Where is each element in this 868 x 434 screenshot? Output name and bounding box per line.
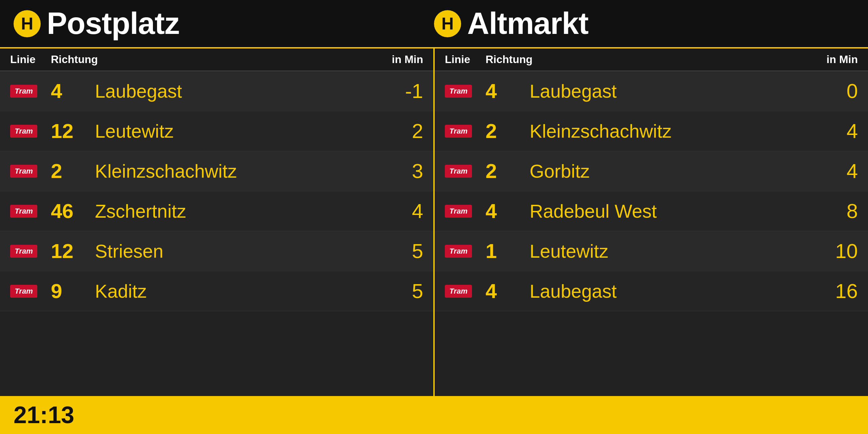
minutes: 5 [369,279,423,303]
line-number: 46 [51,199,95,223]
main-content: Linie Richtung in Min Tram 4 Laubegast -… [0,48,868,396]
direction: Laubegast [530,280,804,302]
tram-badge: Tram [445,125,486,138]
minutes: 4 [369,199,423,223]
col-spacer-1 [95,53,369,66]
tram-badge: Tram [445,285,486,298]
minutes: 4 [804,119,858,143]
tram-badge: Tram [10,125,51,138]
table-row: Tram 4 Radebeul West 8 [435,191,868,231]
line-number: 12 [51,119,95,143]
tram-badge: Tram [445,85,486,98]
line-number: 4 [486,79,530,103]
panel-postplatz: Linie Richtung in Min Tram 4 Laubegast -… [0,48,435,396]
header: H Postplatz H Altmarkt [0,0,868,48]
station1-name: Postplatz [47,6,179,41]
minutes: 16 [804,279,858,303]
direction: Zschertnitz [95,200,369,222]
table-row: Tram 12 Striesen 5 [0,231,433,271]
tram-badge: Tram [10,205,51,218]
line-number: 2 [486,159,530,183]
line-number: 4 [51,79,95,103]
line-number: 1 [486,239,530,263]
panel-altmarkt: Linie Richtung in Min Tram 4 Laubegast 0… [435,48,868,396]
tram-badge: Tram [10,245,51,258]
col-richtung-label-2: Richtung [486,53,530,66]
footer: 21:13 [0,396,868,434]
col-richtung-label-1: Richtung [51,53,95,66]
minutes: 2 [369,119,423,143]
direction: Leutewitz [530,240,804,262]
direction: Laubegast [95,80,369,102]
col-linie-label-2: Linie [445,53,486,66]
table-row: Tram 1 Leutewitz 10 [435,231,868,271]
line-number: 2 [51,159,95,183]
minutes: -1 [369,79,423,103]
direction: Leutewitz [95,120,369,142]
line-number: 9 [51,279,95,303]
line-number: 12 [51,239,95,263]
station2-name: Altmarkt [467,6,588,41]
col-min-label-1: in Min [369,53,423,66]
departure-list-postplatz: Tram 4 Laubegast -1 Tram 12 Leutewitz 2 … [0,71,433,311]
col-min-label-2: in Min [804,53,858,66]
table-row: Tram 9 Kaditz 5 [0,271,433,311]
col-linie-label-1: Linie [10,53,51,66]
station1-h-icon: H [14,10,41,37]
minutes: 10 [804,239,858,263]
departure-list-altmarkt: Tram 4 Laubegast 0 Tram 2 Kleinzschachwi… [435,71,868,311]
direction: Striesen [95,240,369,262]
tram-badge: Tram [10,285,51,298]
table-row: Tram 46 Zschertnitz 4 [0,191,433,231]
table-row: Tram 12 Leutewitz 2 [0,111,433,151]
table-row: Tram 2 Kleinzschachwitz 4 [435,111,868,151]
station1-header: H Postplatz [14,6,434,41]
col-spacer-2 [530,53,804,66]
line-number: 4 [486,279,530,303]
table-row: Tram 2 Gorbitz 4 [435,151,868,191]
col-headers-altmarkt: Linie Richtung in Min [435,48,868,71]
tram-badge: Tram [10,85,51,98]
direction: Laubegast [530,80,804,102]
minutes: 0 [804,79,858,103]
station2-header: H Altmarkt [434,6,588,41]
col-headers-postplatz: Linie Richtung in Min [0,48,433,71]
table-row: Tram 2 Kleinzschachwitz 3 [0,151,433,191]
time-display: 21:13 [14,401,74,429]
direction: Radebeul West [530,200,804,222]
minutes: 8 [804,199,858,223]
minutes: 4 [804,159,858,183]
minutes: 3 [369,159,423,183]
station2-h-icon: H [434,10,461,37]
minutes: 5 [369,239,423,263]
line-number: 4 [486,199,530,223]
tram-badge: Tram [445,245,486,258]
direction: Kleinzschachwitz [95,160,369,182]
tram-badge: Tram [445,205,486,218]
direction: Gorbitz [530,160,804,182]
tram-badge: Tram [445,165,486,178]
direction: Kaditz [95,280,369,302]
table-row: Tram 4 Laubegast 0 [435,71,868,111]
table-row: Tram 4 Laubegast -1 [0,71,433,111]
direction: Kleinzschachwitz [530,120,804,142]
line-number: 2 [486,119,530,143]
tram-badge: Tram [10,165,51,178]
table-row: Tram 4 Laubegast 16 [435,271,868,311]
